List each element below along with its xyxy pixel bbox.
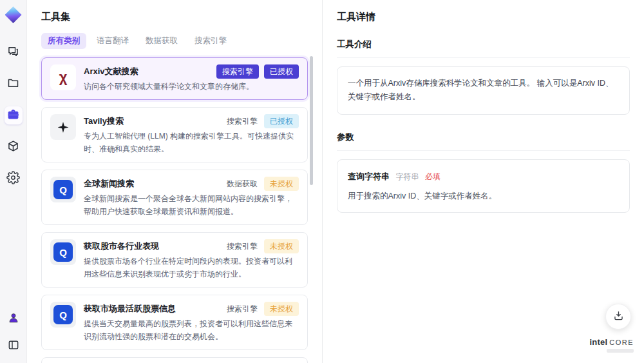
intro-heading: 工具介绍 — [337, 39, 630, 58]
param-card: 查询字符串 字符串 必填 用于搜索的Arxiv ID、关键字或作者姓名。 — [337, 159, 630, 213]
download-icon — [612, 309, 625, 324]
q-icon-tile: Q — [50, 177, 76, 202]
category-tabs: 所有类别语言翻译数据获取搜索引擎 — [41, 33, 308, 49]
auth-status-badge: 未授权 — [264, 302, 299, 316]
panel-toggle-icon — [7, 338, 20, 354]
tool-name: Arxiv文献搜索 — [84, 64, 211, 77]
tab-搜索引擎[interactable]: 搜索引擎 — [188, 33, 233, 49]
brand-intel-label: intel — [589, 337, 607, 347]
sidebar-item-models[interactable] — [5, 138, 23, 156]
sidebar-bottom — [5, 310, 23, 355]
param-type: 字符串 — [395, 172, 419, 181]
q-icon-tile: Q — [50, 302, 76, 328]
user-icon — [7, 311, 20, 327]
briefcase-icon — [6, 108, 20, 124]
tool-description: 提供当天交易量最高的股票列表，投资者可以利用这些信息来识别流动性强的股票和潜在的… — [84, 318, 299, 343]
param-description: 用于搜索的Arxiv ID、关键字或作者姓名。 — [348, 190, 619, 202]
auth-status-badge: 已授权 — [264, 114, 299, 128]
intro-text: 一个用于从Arxiv存储库搜索科学论文和文章的工具。 输入可以是Arxiv ID… — [337, 66, 630, 115]
auth-status-badge: 已授权 — [264, 64, 299, 79]
user-avatar[interactable] — [5, 310, 23, 328]
tool-description: 专为人工智能代理 (LLM) 构建的搜索引擎工具。可快速提供实时、准确和真实的结… — [84, 130, 299, 155]
tool-name: 获取股市各行业表现 — [84, 239, 220, 252]
collapse-sidebar-button[interactable] — [5, 337, 23, 355]
tool-badges: 搜索引擎 未授权 — [225, 239, 299, 253]
tab-语言翻译[interactable]: 语言翻译 — [90, 33, 135, 49]
category-badge: 搜索引擎 — [225, 239, 259, 253]
tool-description: 提供股票市场各个行业在特定时间段内的表现。投资者可以利用这些信息来识别表现优于或… — [84, 255, 299, 280]
scrollbar-thumb[interactable] — [310, 56, 313, 185]
category-badge: 搜索引擎 — [225, 302, 259, 316]
tool-name: Tavily搜索 — [84, 114, 220, 127]
category-badge: 数据获取 — [225, 177, 259, 191]
tool-badges: 数据获取 未授权 — [225, 177, 299, 191]
brand-subtext-blur — [607, 349, 634, 353]
gear-icon — [6, 171, 20, 187]
tool-name: 全球新闻搜索 — [84, 177, 220, 190]
tool-icon: χ — [59, 70, 68, 84]
tool-badges: 搜索引擎 未授权 — [225, 302, 299, 316]
tool-card[interactable]: Tavily搜索 搜索引擎 已授权 专为人工智能代理 (LLM) 构建的搜索引擎… — [41, 107, 308, 162]
tavily-icon-tile — [50, 114, 76, 140]
tool-badges: 搜索引擎 已授权 — [225, 114, 299, 128]
sidebar — [0, 0, 27, 363]
tool-description: 全球新闻搜索是一个聚合全球各大新闻网站内容的搜索引擎，帮助用户快速获取全球最新资… — [84, 193, 299, 218]
category-badge: 搜索引擎 — [216, 64, 259, 79]
tool-card[interactable]: 万维地区新闻查询 搜索引擎 未授权 查询具体行政区划内的新闻，快速了解各地新闻动 — [41, 357, 308, 363]
download-button[interactable] — [605, 304, 631, 329]
sidebar-item-settings[interactable] — [5, 170, 23, 188]
folder-icon — [6, 76, 20, 92]
sidebar-nav — [5, 43, 23, 188]
intel-core-brand: intel CORE — [589, 337, 634, 353]
tool-card[interactable]: Q 获取股市各行业表现 搜索引擎 未授权 提供股票市场各个行业在特定时间段内的表… — [41, 232, 308, 288]
tavily-star-icon — [58, 122, 69, 133]
chat-icon — [6, 44, 20, 61]
param-header: 查询字符串 字符串 必填 — [348, 170, 619, 184]
q-logo-icon: Q — [53, 180, 73, 199]
q-icon-tile: Q — [50, 239, 76, 265]
param-required-badge: 必填 — [425, 172, 440, 181]
tool-card[interactable]: Q 获取市场最活跃股票信息 搜索引擎 未授权 提供当天交易量最高的股票列表，投资… — [41, 295, 308, 350]
gem-logo-icon — [5, 6, 22, 23]
tool-badges: 搜索引擎 已授权 — [216, 64, 299, 79]
sidebar-item-files[interactable] — [5, 75, 23, 93]
category-badge: 搜索引擎 — [225, 114, 259, 128]
detail-title: 工具详情 — [337, 11, 630, 23]
auth-status-badge: 未授权 — [264, 239, 299, 253]
brand-core-label: CORE — [609, 338, 634, 346]
tab-数据获取[interactable]: 数据获取 — [139, 33, 184, 49]
tool-description: 访问各个研究领域大量科学论文和文章的存储库。 — [84, 81, 299, 93]
tool-detail-panel: 工具详情 工具介绍 一个用于从Arxiv存储库搜索科学论文和文章的工具。 输入可… — [322, 0, 644, 363]
cube-icon — [6, 139, 20, 155]
tab-所有类别[interactable]: 所有类别 — [41, 33, 86, 49]
auth-status-badge: 未授权 — [264, 177, 299, 191]
q-logo-icon: Q — [53, 242, 73, 262]
tool-card[interactable]: χ Arxiv文献搜索 搜索引擎 已授权 访问各个研究领域大量科学论文和文章的存… — [41, 57, 308, 100]
q-logo-icon: Q — [53, 305, 73, 324]
sidebar-item-tools[interactable] — [5, 106, 23, 124]
arxiv-icon-tile: χ — [50, 64, 76, 90]
tool-list: χ Arxiv文献搜索 搜索引擎 已授权 访问各个研究领域大量科学论文和文章的存… — [41, 57, 308, 363]
param-name: 查询字符串 — [348, 172, 390, 181]
app-logo[interactable] — [5, 6, 23, 24]
tool-card[interactable]: Q 全球新闻搜索 数据获取 未授权 全球新闻搜索是一个聚合全球各大新闻网站内容的… — [41, 170, 308, 225]
app-window: 工具集 所有类别语言翻译数据获取搜索引擎 χ Arxiv文献搜索 搜索引擎 已授… — [0, 0, 644, 363]
tool-list-panel: 工具集 所有类别语言翻译数据获取搜索引擎 χ Arxiv文献搜索 搜索引擎 已授… — [27, 0, 322, 363]
page-title: 工具集 — [41, 11, 308, 23]
tool-name: 获取市场最活跃股票信息 — [84, 302, 220, 315]
sidebar-item-chat[interactable] — [5, 43, 23, 61]
params-heading: 参数 — [337, 132, 630, 151]
